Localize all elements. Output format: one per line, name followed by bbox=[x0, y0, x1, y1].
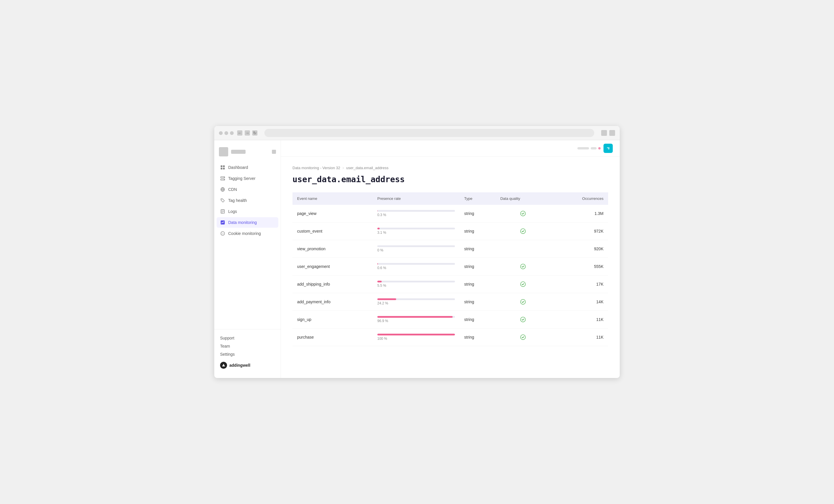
sidebar-item-support[interactable]: Support bbox=[220, 334, 275, 342]
table-row: page_view 0.3 % string 1.3M bbox=[292, 205, 608, 222]
svg-point-11 bbox=[221, 232, 225, 236]
event-name-cell: sign_up bbox=[292, 311, 373, 328]
breadcrumb-parent[interactable]: Data monitoring - Version 32 bbox=[292, 166, 340, 170]
quality-check-icon bbox=[500, 211, 546, 216]
bar-track bbox=[377, 263, 455, 265]
data-quality-cell bbox=[496, 293, 550, 311]
page-title: user_data.email_address bbox=[292, 175, 608, 184]
menu-icon bbox=[609, 130, 615, 136]
sidebar-item-tagging-server[interactable]: Tagging Server bbox=[217, 173, 278, 184]
col-occurrences: Occurrences bbox=[550, 192, 608, 205]
cookie-icon bbox=[220, 231, 225, 236]
type-cell: string bbox=[460, 258, 496, 276]
event-name-cell: user_engagement bbox=[292, 258, 373, 276]
type-cell: string bbox=[460, 328, 496, 346]
brand-name-placeholder bbox=[231, 150, 246, 154]
status-pill-2 bbox=[591, 147, 596, 150]
tag-icon bbox=[220, 198, 225, 203]
nav-items-list: Dashboard Tagging Server bbox=[214, 162, 281, 329]
bar-fill bbox=[377, 263, 378, 265]
svg-point-7 bbox=[224, 179, 224, 180]
data-quality-cell bbox=[496, 258, 550, 276]
sidebar-item-logs[interactable]: Logs bbox=[217, 206, 278, 217]
maximize-btn[interactable] bbox=[230, 131, 234, 135]
svg-rect-16 bbox=[607, 147, 608, 148]
presence-bar-container bbox=[377, 316, 455, 318]
sidebar-toggle-icon[interactable] bbox=[272, 150, 276, 154]
close-btn[interactable] bbox=[219, 131, 223, 135]
col-data-quality: Data quality bbox=[496, 192, 550, 205]
sidebar: Dashboard Tagging Server bbox=[214, 140, 281, 378]
presence-bar-container bbox=[377, 298, 455, 300]
refresh-icon[interactable]: ↻ bbox=[252, 130, 258, 135]
svg-point-13 bbox=[223, 234, 223, 234]
bar-fill bbox=[377, 316, 453, 318]
forward-icon[interactable]: → bbox=[245, 130, 250, 135]
presence-rate-cell: 3.1 % bbox=[373, 222, 460, 240]
svg-rect-1 bbox=[223, 166, 225, 167]
quality-check-icon bbox=[500, 228, 546, 234]
bar-fill bbox=[377, 210, 378, 212]
sidebar-item-data-monitoring[interactable]: Data monitoring bbox=[217, 217, 278, 228]
presence-bar-container bbox=[377, 263, 455, 265]
logs-icon bbox=[220, 209, 225, 214]
event-name-cell: page_view bbox=[292, 205, 373, 222]
quality-check-icon bbox=[500, 281, 546, 287]
occurrences-cell: 11K bbox=[550, 311, 608, 328]
table-header: Event name Presence rate Type Data quali… bbox=[292, 192, 608, 205]
event-name-cell: purchase bbox=[292, 328, 373, 346]
table-body: page_view 0.3 % string 1.3Mcustom_event … bbox=[292, 205, 608, 346]
occurrences-cell: 1.3M bbox=[550, 205, 608, 222]
svg-point-12 bbox=[222, 233, 222, 234]
aw-brand-text: addingwell bbox=[229, 363, 250, 368]
svg-point-23 bbox=[521, 317, 526, 322]
occurrences-cell: 11K bbox=[550, 328, 608, 346]
page-body: Data monitoring - Version 32 › user_data… bbox=[281, 157, 620, 355]
svg-point-20 bbox=[521, 264, 526, 269]
svg-point-9 bbox=[221, 199, 222, 200]
table-row: add_payment_info 24.2 % string 14K bbox=[292, 293, 608, 311]
svg-rect-17 bbox=[609, 147, 609, 150]
quality-check-icon bbox=[500, 316, 546, 322]
sidebar-item-settings[interactable]: Settings bbox=[220, 350, 275, 358]
presence-label: 100 % bbox=[377, 336, 455, 341]
dashboard-icon bbox=[220, 165, 225, 170]
breadcrumb-current: user_data.email_address bbox=[346, 166, 388, 170]
sidebar-item-tag-health[interactable]: Tag health bbox=[217, 195, 278, 206]
event-name-cell: add_shipping_info bbox=[292, 276, 373, 293]
data-quality-cell bbox=[496, 205, 550, 222]
back-icon[interactable]: ← bbox=[237, 130, 242, 135]
type-cell: string bbox=[460, 222, 496, 240]
occurrences-cell: 14K bbox=[550, 293, 608, 311]
presence-rate-cell: 5.5 % bbox=[373, 276, 460, 293]
sidebar-item-dashboard[interactable]: Dashboard bbox=[217, 162, 278, 173]
presence-label: 96.9 % bbox=[377, 319, 455, 323]
event-name-cell: custom_event bbox=[292, 222, 373, 240]
sidebar-item-cookie-monitoring[interactable]: Cookie monitoring bbox=[217, 228, 278, 239]
event-name-cell: view_promotion bbox=[292, 240, 373, 258]
user-avatar[interactable] bbox=[603, 144, 613, 153]
type-cell: string bbox=[460, 276, 496, 293]
breadcrumb: Data monitoring - Version 32 › user_data… bbox=[292, 166, 608, 170]
brand-logo-icon bbox=[219, 147, 228, 156]
presence-rate-cell: 100 % bbox=[373, 328, 460, 346]
table-row: sign_up 96.9 % string 11K bbox=[292, 311, 608, 328]
sidebar-item-team[interactable]: Team bbox=[220, 342, 275, 350]
sidebar-item-cdn[interactable]: CDN bbox=[217, 184, 278, 195]
addingwell-logo: addingwell bbox=[220, 362, 275, 369]
minimize-btn[interactable] bbox=[224, 131, 228, 135]
svg-rect-2 bbox=[221, 168, 222, 170]
presence-rate-cell: 96.9 % bbox=[373, 311, 460, 328]
occurrences-cell: 17K bbox=[550, 276, 608, 293]
data-quality-cell bbox=[496, 328, 550, 346]
presence-label: 5.5 % bbox=[377, 284, 455, 288]
address-bar[interactable] bbox=[264, 129, 594, 137]
browser-content: Dashboard Tagging Server bbox=[214, 140, 620, 378]
presence-rate-cell: 0.6 % bbox=[373, 258, 460, 276]
presence-rate-cell: 0 % bbox=[373, 240, 460, 258]
svg-point-14 bbox=[222, 234, 223, 235]
quality-check-icon bbox=[500, 299, 546, 305]
presence-label: 0.3 % bbox=[377, 213, 455, 217]
browser-nav: ← → ↻ bbox=[237, 130, 258, 135]
bar-track bbox=[377, 210, 455, 212]
